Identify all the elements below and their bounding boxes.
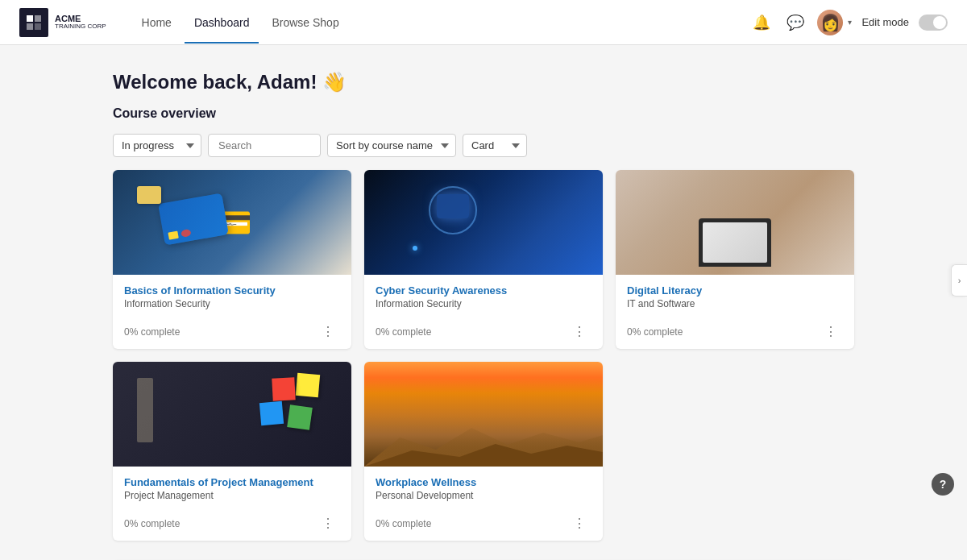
course-title-4[interactable]: Fundamentals of Project Management	[124, 476, 340, 488]
course-complete-5: 0% complete	[376, 518, 431, 529]
bell-icon: 🔔	[753, 14, 770, 31]
nav-home[interactable]: Home	[132, 2, 181, 44]
logo[interactable]: ACME TRAINING CORP	[19, 8, 106, 37]
course-image-2	[364, 170, 603, 275]
svg-rect-2	[27, 23, 33, 30]
navbar: ACME TRAINING CORP Home Dashboard Browse…	[0, 0, 967, 45]
course-card-1: Basics of Information Security Informati…	[113, 170, 351, 349]
svg-rect-1	[35, 15, 41, 22]
sidebar-toggle-button[interactable]: ›	[951, 264, 967, 297]
course-title-2[interactable]: Cyber Security Awareness	[376, 284, 591, 297]
main-content: Welcome back, Adam! 👋 Course overview In…	[81, 45, 886, 560]
course-card-4-footer: 0% complete ⋮	[113, 514, 351, 541]
course-title-5[interactable]: Workplace Wellness	[376, 476, 591, 488]
course-more-5[interactable]: ⋮	[568, 514, 591, 533]
view-filter[interactable]: Card	[463, 134, 527, 157]
course-category-2: Information Security	[376, 298, 591, 309]
search-input[interactable]	[208, 134, 321, 157]
logo-icon	[19, 8, 48, 37]
course-more-1[interactable]: ⋮	[317, 322, 340, 341]
course-card-1-footer: 0% complete ⋮	[113, 322, 351, 349]
course-image-1	[113, 170, 351, 275]
chat-icon: 💬	[786, 14, 804, 31]
help-button[interactable]: ?	[932, 473, 954, 496]
course-category-5: Personal Development	[376, 490, 591, 501]
course-complete-2: 0% complete	[376, 326, 431, 338]
course-card-3: Digital Literacy IT and Software 0% comp…	[616, 170, 854, 349]
course-card-5-body: Workplace Wellness Personal Development	[364, 467, 603, 514]
logo-line2: TRAINING CORP	[55, 23, 106, 31]
course-card-5-footer: 0% complete ⋮	[364, 514, 603, 541]
course-title-1[interactable]: Basics of Information Security	[124, 284, 340, 297]
course-image-5	[364, 362, 603, 467]
course-more-4[interactable]: ⋮	[317, 514, 340, 533]
svg-rect-0	[27, 15, 33, 22]
course-card-4-body: Fundamentals of Project Management Proje…	[113, 467, 351, 514]
course-card-3-footer: 0% complete ⋮	[616, 322, 854, 349]
nav-browse-shop[interactable]: Browse Shop	[262, 2, 348, 44]
welcome-title: Welcome back, Adam! 👋	[113, 71, 854, 93]
course-category-1: Information Security	[124, 298, 340, 309]
course-card-4: Fundamentals of Project Management Proje…	[113, 362, 351, 541]
course-title-3[interactable]: Digital Literacy	[627, 284, 843, 297]
course-more-2[interactable]: ⋮	[568, 322, 591, 341]
svg-rect-3	[35, 23, 41, 30]
course-card-2-body: Cyber Security Awareness Information Sec…	[364, 275, 603, 322]
edit-mode-label: Edit mode	[861, 16, 909, 28]
course-image-3	[616, 170, 854, 275]
edit-mode-toggle[interactable]	[919, 15, 948, 31]
sort-filter[interactable]: Sort by course name	[327, 134, 456, 157]
navbar-right: 🔔 💬 👩 ▾ Edit mode	[749, 10, 948, 35]
course-complete-3: 0% complete	[627, 326, 683, 338]
course-grid: Basics of Information Security Informati…	[113, 170, 854, 541]
course-card-3-body: Digital Literacy IT and Software	[616, 275, 854, 322]
course-complete-4: 0% complete	[124, 518, 180, 529]
course-complete-1: 0% complete	[124, 326, 180, 338]
user-avatar-container[interactable]: 👩 ▾	[817, 10, 852, 35]
filters-bar: In progress Sort by course name Card	[113, 134, 854, 157]
course-overview-title: Course overview	[113, 106, 854, 121]
nav-links: Home Dashboard Browse Shop	[132, 2, 750, 44]
avatar-chevron-icon: ▾	[848, 18, 852, 27]
chevron-right-icon: ›	[958, 276, 961, 285]
course-card-2-footer: 0% complete ⋮	[364, 322, 603, 349]
course-card-5: Workplace Wellness Personal Development …	[364, 362, 603, 541]
course-category-4: Project Management	[124, 490, 340, 501]
course-category-3: IT and Software	[627, 298, 843, 309]
course-more-3[interactable]: ⋮	[820, 322, 843, 341]
nav-dashboard[interactable]: Dashboard	[185, 2, 259, 44]
course-card-2: Cyber Security Awareness Information Sec…	[364, 170, 603, 349]
course-card-1-body: Basics of Information Security Informati…	[113, 275, 351, 322]
chat-button[interactable]: 💬	[783, 10, 807, 35]
course-image-4	[113, 362, 351, 467]
avatar: 👩	[817, 10, 843, 35]
status-filter[interactable]: In progress	[113, 134, 201, 157]
notifications-button[interactable]: 🔔	[749, 10, 774, 35]
